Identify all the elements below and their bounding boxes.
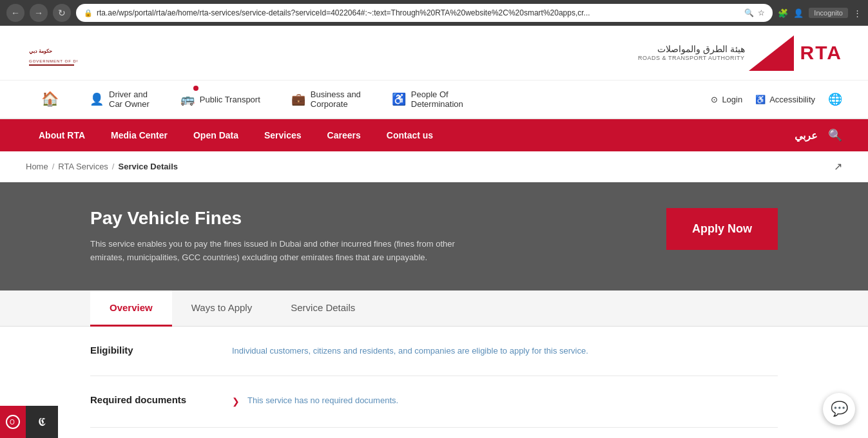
tabs: Overview Ways to Apply Service Details — [90, 290, 778, 326]
breadcrumb-sep1: / — [52, 162, 55, 171]
browser-chrome: ← → ↻ 🔒 rta.ae/wps/portal/rta/ae/home/rt… — [0, 0, 868, 26]
gov-logo-svg: حكومة دبي GOVERNMENT OF DUBAI — [26, 33, 77, 72]
nav-home[interactable]: 🏠 — [26, 82, 74, 118]
badge-number: 𝕮 — [38, 415, 46, 428]
top-header: حكومة دبي GOVERNMENT OF DUBAI هيئة الطرق… — [0, 26, 868, 81]
red-nav: About RTA Media Center Open Data Service… — [0, 119, 868, 151]
rta-logo: هيئة الطرق والمواصلات ROADS & TRANSPORT … — [638, 35, 842, 71]
nav-contact-us[interactable]: Contact us — [374, 119, 446, 151]
lock-icon: 🔒 — [84, 9, 93, 17]
svg-marker-3 — [749, 35, 794, 71]
nav-people-determination[interactable]: ♿ People OfDetermination — [376, 81, 479, 119]
reload-button[interactable]: ↻ — [53, 4, 71, 22]
menu-icon: ⋮ — [853, 8, 862, 18]
incognito-badge: Incognito — [809, 8, 848, 18]
nav-driver-car-owner[interactable]: 👤 Driver andCar Owner — [74, 81, 165, 119]
required-docs-text: This service has no required documents. — [247, 394, 398, 408]
svg-text:حكومة دبي: حكومة دبي — [29, 48, 52, 54]
rta-arabic-text: هيئة الطرق والمواصلات — [638, 43, 745, 55]
service-title: Pay Vehicle Fines — [90, 208, 477, 229]
accessibility-icon: ♿ — [392, 92, 406, 106]
rta-triangle-svg — [749, 35, 800, 71]
language-globe[interactable]: 🌐 — [828, 92, 842, 106]
nav-public-transport[interactable]: 🚌 Public Transport — [165, 83, 276, 117]
nav-careers[interactable]: Careers — [314, 119, 374, 151]
rta-abbr-label: RTA — [800, 42, 842, 64]
login-button[interactable]: ⊙ Login — [711, 95, 742, 104]
rta-english-subtext: ROADS & TRANSPORT AUTHORITY — [638, 55, 745, 62]
driver-icon: 👤 — [90, 92, 104, 106]
tabs-container: Overview Ways to Apply Service Details — [0, 290, 868, 327]
home-icon: 🏠 — [41, 91, 59, 108]
transport-icon: 🚌 — [180, 92, 195, 106]
eligibility-value: Individual customers, citizens and resid… — [232, 345, 778, 358]
nav-transport-label: Public Transport — [200, 95, 260, 104]
breadcrumb: Home / RTA Services / Service Details — [26, 162, 178, 171]
badge-icon-red: O — [5, 414, 21, 428]
breadcrumb-rta-services[interactable]: RTA Services — [58, 162, 108, 171]
star-icon: ☆ — [758, 8, 765, 17]
url-text: rta.ae/wps/portal/rta/ae/home/rta-servic… — [97, 8, 740, 17]
rta-shape: RTA — [749, 35, 842, 71]
back-button[interactable]: ← — [6, 4, 24, 22]
nav-open-data[interactable]: Open Data — [180, 119, 251, 151]
nav-media-center[interactable]: Media Center — [98, 119, 180, 151]
login-label: Login — [722, 95, 742, 104]
service-title-area: Pay Vehicle Fines This service enables y… — [90, 208, 477, 265]
svg-text:O: O — [10, 419, 15, 426]
eligibility-label: Eligibility — [90, 345, 206, 358]
nav-business-corporate[interactable]: 💼 Business andCorporate — [276, 81, 376, 119]
breadcrumb-bar: Home / RTA Services / Service Details ↗ — [0, 151, 868, 182]
accessibility-label: Accessibility — [769, 95, 815, 104]
nav-right: ⊙ Login ♿ Accessibility 🌐 — [711, 92, 842, 106]
browser-right-icons: 🧩 👤 Incognito ⋮ — [778, 8, 862, 18]
required-docs-section: Required documents ❯ This service has no… — [90, 376, 778, 427]
extensions-icon: 🧩 — [778, 8, 788, 18]
nav-about-rta[interactable]: About RTA — [26, 119, 98, 151]
service-description: This service enables you to pay the fine… — [90, 238, 477, 265]
notification-dot — [193, 86, 198, 91]
chat-icon: 💬 — [831, 401, 848, 417]
search-icon[interactable]: 🔍 — [828, 128, 842, 142]
nav-driver-label: Driver andCar Owner — [109, 90, 149, 109]
gov-logo: حكومة دبي GOVERNMENT OF DUBAI — [26, 33, 77, 72]
search-icon: 🔍 — [744, 8, 754, 17]
tab-overview[interactable]: Overview — [90, 290, 172, 327]
arabic-toggle[interactable]: عربي — [795, 129, 818, 142]
svg-rect-2 — [29, 64, 74, 66]
badge-red: O — [0, 406, 26, 428]
service-description-text: This service enables you to pay the fine… — [90, 239, 455, 262]
nav-categories: 🏠 👤 Driver andCar Owner 🚌 Public Transpo… — [0, 81, 868, 119]
red-nav-right: عربي 🔍 — [795, 128, 842, 142]
rta-text-block: هيئة الطرق والمواصلات ROADS & TRANSPORT … — [638, 43, 745, 62]
nav-people-label: People OfDetermination — [411, 90, 463, 109]
tab-ways-to-apply[interactable]: Ways to Apply — [172, 290, 271, 327]
required-docs-value: ❯ This service has no required documents… — [232, 394, 778, 408]
breadcrumb-home[interactable]: Home — [26, 162, 48, 171]
chat-bubble[interactable]: 💬 — [823, 393, 855, 425]
accessibility-nav-icon: ♿ — [755, 95, 766, 104]
bottom-badge: O 𝕮 — [0, 406, 58, 428]
nav-business-label: Business andCorporate — [311, 90, 361, 109]
main-dark-section: Pay Vehicle Fines This service enables y… — [0, 182, 868, 290]
login-circle-icon: ⊙ — [711, 95, 718, 104]
tab-service-details[interactable]: Service Details — [271, 290, 374, 327]
share-icon[interactable]: ↗ — [834, 160, 842, 173]
profile-icon: 👤 — [793, 8, 804, 18]
business-icon: 💼 — [291, 92, 305, 106]
eligibility-section: Eligibility Individual customers, citize… — [90, 327, 778, 377]
nav-services[interactable]: Services — [251, 119, 314, 151]
accessibility-button[interactable]: ♿ Accessibility — [755, 95, 815, 104]
breadcrumb-sep2: / — [112, 162, 115, 171]
svg-text:GOVERNMENT OF DUBAI: GOVERNMENT OF DUBAI — [29, 59, 77, 63]
apply-now-button[interactable]: Apply Now — [666, 208, 778, 250]
chevron-icon: ❯ — [232, 394, 240, 408]
content-area: Eligibility Individual customers, citize… — [0, 327, 868, 428]
forward-button[interactable]: → — [30, 4, 48, 22]
required-docs-label: Required documents — [90, 394, 206, 408]
address-bar[interactable]: 🔒 rta.ae/wps/portal/rta/ae/home/rta-serv… — [76, 4, 773, 22]
badge-dark: 𝕮 — [26, 406, 58, 428]
breadcrumb-current: Service Details — [118, 162, 178, 171]
